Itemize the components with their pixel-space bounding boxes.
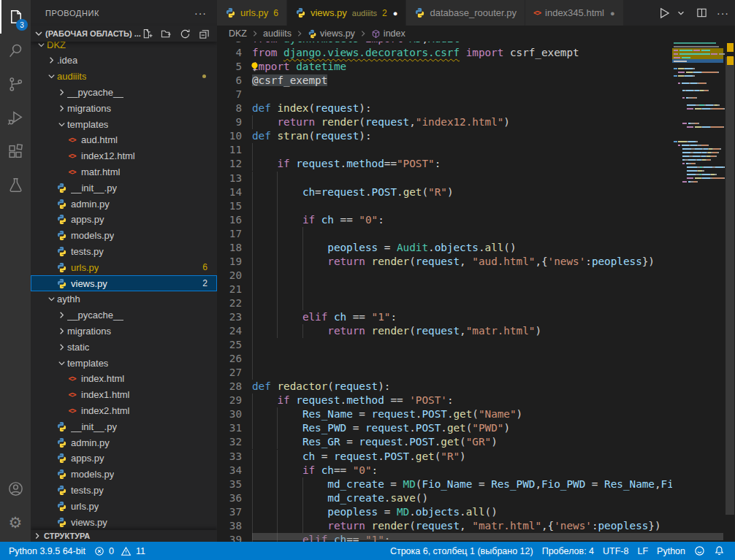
modified-dot-icon[interactable]: ●	[610, 9, 615, 18]
encoding-status[interactable]: UTF-8	[598, 542, 633, 560]
tree-item-index12-html[interactable]: <>index12.html	[31, 148, 217, 164]
tree-item-models-py[interactable]: models.py	[31, 228, 217, 244]
tree-item--pycache-[interactable]: __pycache__	[31, 307, 217, 323]
code-line-17[interactable]: 17	[217, 227, 672, 241]
tree-item-apps-py[interactable]: apps.py	[31, 212, 217, 228]
tree-item--init-py[interactable]: __init__.py	[31, 418, 217, 434]
code-line-34[interactable]: 34 if ch== "0":	[217, 464, 672, 477]
tree-item-admin-py[interactable]: admin.py	[31, 434, 217, 450]
code-line-22[interactable]: 22	[217, 296, 672, 310]
python-interpreter-status[interactable]: Python 3.9.5 64-bit	[4, 542, 90, 560]
code-line-10[interactable]: 10def stran(request):	[217, 129, 672, 143]
code-line-11[interactable]: 11	[217, 143, 672, 157]
tree-item-views-py[interactable]: views.py	[31, 514, 217, 530]
split-editor-button[interactable]	[696, 7, 707, 18]
code-line-38[interactable]: 38 return render(request, "matr.html",{'…	[217, 519, 672, 533]
tree-item-templates[interactable]: templates	[31, 116, 217, 132]
code-line-27[interactable]: 27	[217, 366, 672, 380]
code-line-33[interactable]: 33 ch = request.POST.get("R")	[217, 450, 672, 464]
minimap[interactable]	[672, 42, 725, 542]
account-icon[interactable]	[0, 472, 31, 505]
breadcrumb-item-views-py[interactable]: views.py	[308, 28, 355, 39]
problems-status[interactable]: 0 11	[90, 542, 150, 560]
tab-urls-py[interactable]: urls.py6	[217, 0, 286, 26]
code-line-31[interactable]: 31 Res_PWD = request.POST.get("PWD")	[217, 421, 672, 435]
source-control-icon[interactable]	[0, 67, 31, 101]
run-and-debug-icon[interactable]	[0, 101, 31, 134]
tree-item-matr-html[interactable]: <>matr.html	[31, 164, 217, 180]
tab-index345-html[interactable]: <>index345.html●	[525, 0, 623, 26]
tree-item-audiiits[interactable]: audiiits	[31, 69, 217, 85]
tab-database-roouter-py[interactable]: database_roouter.py	[406, 0, 525, 26]
code-line-21[interactable]: 21	[217, 283, 672, 296]
lightbulb-icon[interactable]	[249, 61, 260, 72]
code-line-9[interactable]: 9 return render(request,"index12.html")	[217, 115, 672, 129]
notifications-bell-icon[interactable]	[709, 542, 729, 560]
new-file-icon[interactable]	[142, 28, 153, 39]
code-line-19[interactable]: 19 return render(request, "aud.html",{'n…	[217, 255, 672, 269]
tree-item-models-py[interactable]: models.py	[31, 467, 217, 483]
code-line-28[interactable]: 28def redactor(request):	[217, 380, 672, 394]
code-line-4[interactable]: 4from django.views.decorators.csrf impor…	[217, 46, 672, 60]
code-line-8[interactable]: 8def index(request):	[217, 101, 672, 115]
tree-item-urls-py[interactable]: urls.py6	[31, 259, 217, 275]
tree-item-urls-py[interactable]: urls.py	[31, 498, 217, 514]
code-line-5[interactable]: 5import datetime	[217, 60, 672, 74]
code-line-13[interactable]: 13	[217, 172, 672, 185]
vertical-scrollbar-slider[interactable]	[726, 57, 734, 515]
tree-item--pycache-[interactable]: __pycache__	[31, 84, 217, 100]
code-line-15[interactable]: 15	[217, 199, 672, 213]
code-line-25[interactable]: 25	[217, 338, 672, 352]
tree-item-templates[interactable]: templates	[31, 355, 217, 371]
indentation-status[interactable]: Пробелов: 4	[538, 542, 598, 560]
code-line-29[interactable]: 29 if request.method == 'POST':	[217, 394, 672, 407]
tree-item-index-html[interactable]: <>index.html	[31, 371, 217, 387]
tree-item-aud-html[interactable]: <>aud.html	[31, 132, 217, 148]
tree-item-DKZ[interactable]: DKZ	[31, 42, 217, 53]
outline-section-header[interactable]: СТРУКТУРА	[31, 530, 217, 542]
views-and-more-actions-icon[interactable]: ···	[194, 7, 207, 19]
new-folder-icon[interactable]	[161, 28, 172, 39]
code-line-16[interactable]: 16 if ch == "0":	[217, 213, 672, 227]
code-line-36[interactable]: 36 md_create.save()	[217, 491, 672, 505]
refresh-icon[interactable]	[180, 28, 191, 39]
tree-item-tests-py[interactable]: tests.py	[31, 243, 217, 259]
horizontal-scrollbar-slider[interactable]	[252, 533, 723, 540]
tree-item-apps-py[interactable]: apps.py	[31, 450, 217, 467]
collapse-all-icon[interactable]	[199, 28, 210, 39]
tree-item-tests-py[interactable]: tests.py	[31, 482, 217, 498]
tree-item--idea[interactable]: .idea	[31, 53, 217, 69]
workspace-section-header[interactable]: (РАБОЧАЯ ОБЛАСТЬ) ...	[31, 26, 217, 42]
testing-icon[interactable]	[0, 168, 31, 202]
code-line-37[interactable]: 37 peopless = MD.objects.all()	[217, 505, 672, 519]
code-line-7[interactable]: 7	[217, 88, 672, 101]
tree-item--init-py[interactable]: __init__.py	[31, 180, 217, 196]
feedback-icon[interactable]	[690, 542, 709, 560]
extensions-icon[interactable]	[0, 134, 31, 168]
settings-gear-icon[interactable]: ⚙	[0, 505, 31, 539]
more-actions-icon[interactable]: ···	[717, 7, 729, 19]
code-line-14[interactable]: 14 ch=request.POST.get("R")	[217, 185, 672, 199]
explorer-icon[interactable]: 3	[0, 0, 31, 34]
run-dropdown-chevron-icon[interactable]	[677, 9, 685, 18]
code-line-18[interactable]: 18 peopless = Audit.objects.all()	[217, 241, 672, 255]
tree-item-index2-html[interactable]: <>index2.html	[31, 402, 217, 418]
code-line-26[interactable]: 26	[217, 352, 672, 366]
tab-views-py[interactable]: views.pyaudiiits2●	[287, 0, 405, 26]
code-editor[interactable]: 3from aythh.models import MD,Audit4from …	[217, 42, 735, 542]
code-line-12[interactable]: 12 if request.method=="POST":	[217, 157, 672, 171]
code-line-35[interactable]: 35 md_create = MD(Fio_Name = Res_PWD,Fio…	[217, 477, 672, 491]
code-line-24[interactable]: 24 return render(request,"matr.html")	[217, 324, 672, 338]
vertical-scrollbar[interactable]	[725, 42, 735, 542]
search-icon[interactable]	[0, 34, 31, 67]
tree-item-index1-html[interactable]: <>index1.html	[31, 387, 217, 403]
breadcrumb-item-audiiits[interactable]: audiiits	[263, 28, 292, 39]
code-line-30[interactable]: 30 Res_Name = request.POST.get("Name")	[217, 407, 672, 421]
code-line-20[interactable]: 20	[217, 269, 672, 283]
run-python-file-button[interactable]	[658, 7, 670, 19]
breadcrumb-item-index[interactable]: index	[371, 28, 405, 39]
tree-item-views-py[interactable]: views.py2	[31, 275, 217, 291]
tree-item-aythh[interactable]: aythh	[31, 291, 217, 307]
tree-item-admin-py[interactable]: admin.py	[31, 196, 217, 212]
cursor-position-status[interactable]: Строка 6, столбец 1 (выбрано 12)	[386, 542, 538, 560]
